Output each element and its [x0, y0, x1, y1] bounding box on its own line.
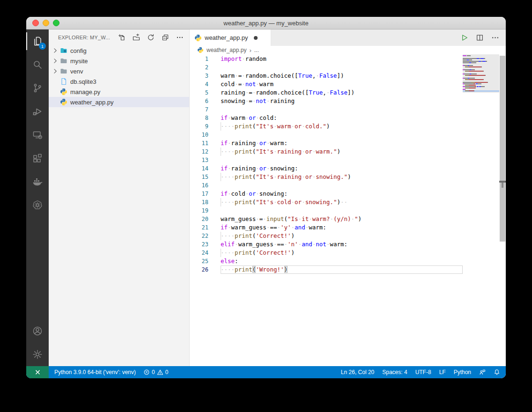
line-number[interactable]: 24 — [190, 249, 208, 257]
close-window-button[interactable] — [32, 20, 39, 26]
code-line-3[interactable]: 3warm·=·random.choice([True,·False]) — [190, 72, 463, 80]
activity-run-debug[interactable] — [26, 100, 49, 123]
line-number[interactable]: 21 — [190, 223, 208, 232]
code-line-12[interactable]: 12····print("It's·raining·or·warm.") — [190, 147, 463, 156]
line-number[interactable]: 10 — [190, 131, 208, 139]
activity-extensions[interactable] — [26, 147, 49, 170]
tab-label: weather_app.py — [205, 34, 248, 41]
code-line-21[interactable]: 21if·warm_guess·==·'y'·and·warm: — [190, 223, 463, 232]
status-cursor-position[interactable]: Ln 26, Col 20 — [341, 369, 374, 375]
code-line-18[interactable]: 18····print("It's·cold·or·snowing.")·· — [190, 198, 463, 206]
activity-search[interactable] — [26, 53, 49, 76]
code-line-5[interactable]: 5raining·=·random.choice([True,·False]) — [190, 88, 463, 97]
breadcrumb-more[interactable]: ... — [254, 47, 259, 53]
code-area[interactable]: 1import·random23warm·=·random.choice([Tr… — [190, 54, 463, 366]
status-notifications[interactable] — [494, 369, 500, 375]
line-number[interactable]: 1 — [190, 55, 208, 63]
code-line-11[interactable]: 11if·raining·or·warm: — [190, 139, 463, 147]
line-number[interactable]: 3 — [190, 72, 208, 80]
tree-item-config[interactable]: config — [49, 45, 189, 56]
tree-item-manage.py[interactable]: manage.py — [49, 87, 189, 97]
code-line-13[interactable]: 13 — [190, 156, 463, 164]
code-line-25[interactable]: 25else: — [190, 257, 463, 265]
code-line-24[interactable]: 24····print('Correct!') — [190, 249, 463, 257]
line-number[interactable]: 7 — [190, 105, 208, 114]
editor-scrollbar[interactable] — [499, 54, 506, 366]
tree-item-weather_app.py[interactable]: weather_app.py — [49, 97, 189, 107]
scrollbar-thumb[interactable] — [500, 56, 505, 242]
line-number[interactable]: 17 — [190, 190, 208, 198]
collapse-folders-button[interactable] — [162, 34, 169, 41]
editor-more-actions-button[interactable] — [491, 34, 499, 42]
activity-source-control[interactable] — [26, 76, 49, 100]
new-folder-button[interactable] — [133, 34, 140, 41]
status-encoding[interactable]: UTF-8 — [415, 369, 431, 375]
line-number[interactable]: 19 — [190, 206, 208, 215]
activity-account[interactable] — [26, 319, 49, 343]
activity-settings[interactable] — [26, 343, 49, 366]
code-line-2[interactable]: 2 — [190, 63, 463, 72]
tree-item-venv[interactable]: venv — [49, 66, 189, 76]
tree-item-mysite[interactable]: mysite — [49, 56, 189, 66]
status-language-mode[interactable]: Python — [454, 369, 471, 375]
new-file-button[interactable] — [118, 34, 126, 41]
code-line-20[interactable]: 20warm_guess·=·input("Is·it·warm?·(y/n)·… — [190, 215, 463, 223]
code-line-17[interactable]: 17if·cold·or·snowing: — [190, 190, 463, 198]
dirty-indicator-icon[interactable] — [254, 36, 258, 40]
line-number[interactable]: 6 — [190, 97, 208, 105]
code-line-14[interactable]: 14if·raining·or·snowing: — [190, 164, 463, 173]
activity-remote-explorer[interactable] — [26, 123, 49, 147]
line-number[interactable]: 13 — [190, 156, 208, 164]
refresh-explorer-button[interactable] — [147, 34, 155, 41]
minimap[interactable] — [463, 54, 499, 366]
status-python-interpreter[interactable]: Python 3.9.0 64-bit ('venv': venv) — [54, 369, 136, 375]
breadcrumb-file[interactable]: weather_app.py — [207, 47, 246, 53]
run-python-file-button[interactable] — [460, 34, 468, 42]
line-number[interactable]: 14 — [190, 164, 208, 173]
activity-docker[interactable] — [26, 170, 49, 193]
code-line-26[interactable]: 26····print('Wrong!') — [190, 265, 463, 274]
status-problems[interactable]: 00 — [143, 369, 168, 375]
code-line-15[interactable]: 15····print("It's·raining·or·snowing.") — [190, 173, 463, 181]
line-number[interactable]: 9 — [190, 122, 208, 131]
tree-item-label: db.sqlite3 — [70, 78, 96, 85]
line-number[interactable]: 15 — [190, 173, 208, 181]
status-feedback[interactable] — [479, 369, 486, 375]
line-number[interactable]: 25 — [190, 257, 208, 265]
line-number[interactable]: 12 — [190, 147, 208, 156]
zoom-window-button[interactable] — [53, 20, 59, 26]
line-number[interactable]: 23 — [190, 240, 208, 249]
code-line-8[interactable]: 8if·warm·or·cold: — [190, 114, 463, 122]
code-line-1[interactable]: 1import·random — [190, 55, 463, 63]
code-line-16[interactable]: 16 — [190, 181, 463, 190]
code-line-7[interactable]: 7 — [190, 105, 463, 114]
remote-indicator[interactable] — [26, 366, 49, 378]
line-content: elif·warm_guess·==·'n'·and·not·warm: — [221, 240, 347, 249]
split-editor-button[interactable] — [476, 34, 484, 42]
tree-item-db.sqlite3[interactable]: db.sqlite3 — [49, 76, 189, 87]
line-number[interactable]: 20 — [190, 215, 208, 223]
code-line-9[interactable]: 9····print("It's·warm·or·cold.") — [190, 122, 463, 131]
views-more-actions-button[interactable] — [176, 34, 184, 41]
code-line-10[interactable]: 10 — [190, 131, 463, 139]
line-number[interactable]: 18 — [190, 198, 208, 206]
code-line-4[interactable]: 4cold·=·not·warm — [190, 80, 463, 88]
line-number[interactable]: 8 — [190, 114, 208, 122]
line-number[interactable]: 26 — [190, 265, 208, 274]
line-number[interactable]: 11 — [190, 139, 208, 147]
code-line-22[interactable]: 22····print('Correct!') — [190, 232, 463, 240]
code-line-6[interactable]: 6snowing·=·not·raining — [190, 97, 463, 105]
line-number[interactable]: 4 — [190, 80, 208, 88]
line-number[interactable]: 16 — [190, 181, 208, 190]
activity-explorer[interactable]: 1 — [26, 29, 49, 53]
line-number[interactable]: 2 — [190, 63, 208, 72]
tab-weather-app[interactable]: weather_app.py — [190, 29, 271, 46]
status-eol[interactable]: LF — [439, 369, 446, 375]
line-number[interactable]: 22 — [190, 232, 208, 240]
status-indentation[interactable]: Spaces: 4 — [382, 369, 407, 375]
activity-kubernetes[interactable] — [26, 193, 49, 217]
line-number[interactable]: 5 — [190, 88, 208, 97]
code-line-23[interactable]: 23elif·warm_guess·==·'n'·and·not·warm: — [190, 240, 463, 249]
minimize-window-button[interactable] — [43, 20, 49, 26]
code-line-19[interactable]: 19 — [190, 206, 463, 215]
